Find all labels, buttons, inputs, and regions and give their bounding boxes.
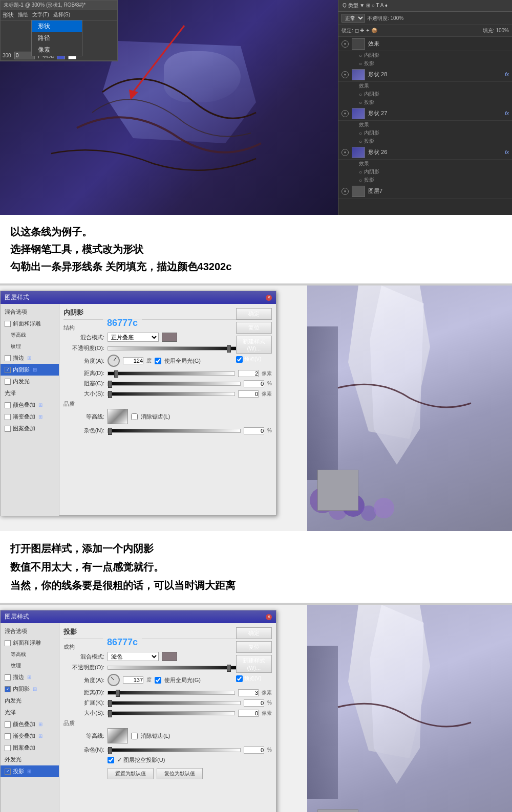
dropdown-item-shape[interactable]: 形状 bbox=[32, 20, 82, 32]
patternoverlay-checkbox[interactable] bbox=[5, 426, 11, 432]
dropdown-item-pixels[interactable]: 像素 bbox=[32, 44, 82, 56]
innershadow-checkbox[interactable]: ✓ bbox=[5, 367, 11, 373]
distance-slider-1[interactable] bbox=[108, 371, 235, 376]
dialog2-blend-select[interactable]: 滤色 bbox=[108, 652, 159, 661]
blend-mode-select-1[interactable]: 正片叠底 bbox=[108, 333, 159, 342]
distance-input-1[interactable] bbox=[238, 370, 259, 377]
dialog-1-item-bevel[interactable]: 斜面和浮雕 bbox=[1, 318, 59, 330]
layer-eye-27[interactable]: ● bbox=[342, 110, 349, 117]
dialog2-patternoverlay-checkbox[interactable] bbox=[5, 745, 11, 751]
angle-input-1[interactable] bbox=[123, 357, 143, 364]
bevel-checkbox[interactable] bbox=[5, 321, 11, 327]
menu-wenzi[interactable]: 文字(T) bbox=[32, 11, 49, 19]
layer-row-effects[interactable]: ● 效果 bbox=[338, 37, 512, 51]
noise-input-1[interactable] bbox=[244, 427, 264, 434]
dialog-1-item-stroke[interactable]: 描边 ⊞ bbox=[1, 352, 59, 364]
preview-checkbox-1[interactable] bbox=[236, 356, 243, 363]
dialog-1-close-button[interactable]: ✕ bbox=[266, 295, 272, 301]
dialog2-preview-checkbox[interactable] bbox=[236, 675, 243, 682]
dialog2-antialias-checkbox[interactable] bbox=[131, 733, 138, 739]
dialog2-ok-button[interactable]: 确定 bbox=[236, 627, 272, 639]
choke-input-1[interactable] bbox=[244, 380, 264, 387]
dialog2-stroke-checkbox[interactable] bbox=[5, 674, 11, 681]
choke-slider-thumb-1[interactable] bbox=[108, 381, 112, 388]
dialog2-noise-thumb[interactable] bbox=[108, 747, 112, 754]
dialog-1-item-patternoverlay[interactable]: 图案叠加 bbox=[1, 423, 59, 434]
angle-wheel-1[interactable] bbox=[108, 355, 120, 367]
dialog-1-newstyle-button[interactable]: 新建样式(W)... bbox=[236, 336, 272, 354]
dialog2-distance-slider[interactable] bbox=[108, 691, 235, 695]
dialog2-reset-button[interactable]: 复位 bbox=[236, 641, 272, 653]
dialog2-angle-wheel[interactable] bbox=[108, 674, 120, 686]
dialog-2-item-blendingoptions[interactable]: 混合选项 bbox=[1, 625, 59, 637]
innerglow-checkbox[interactable] bbox=[5, 379, 11, 385]
layer-row-27[interactable]: ● 形状 27 fx bbox=[338, 106, 512, 121]
gradientoverlay-checkbox[interactable] bbox=[5, 414, 11, 420]
dialog-1-ok-button[interactable]: 确定 bbox=[236, 308, 272, 320]
dialog-2-item-texture[interactable]: 纹理 bbox=[1, 660, 59, 671]
dialog-2-item-bevel[interactable]: 斜面和浮雕 bbox=[1, 637, 59, 649]
opacity-slider-1[interactable] bbox=[108, 346, 241, 350]
dialog2-size-input[interactable] bbox=[238, 710, 259, 717]
layer-eye-7[interactable]: ● bbox=[342, 188, 349, 195]
dialog2-opacity-thumb[interactable] bbox=[227, 665, 231, 672]
opacity-slider-thumb-1[interactable] bbox=[227, 345, 231, 353]
layer-row-28[interactable]: ● 形状 28 fx bbox=[338, 68, 512, 82]
dialog2-size-thumb[interactable] bbox=[108, 710, 112, 717]
size-slider-thumb-1[interactable] bbox=[108, 391, 112, 398]
layer-row-26[interactable]: ● 形状 26 fx bbox=[338, 145, 512, 160]
dialog-1-item-coloroverlay[interactable]: 颜色叠加 ⊞ bbox=[1, 399, 59, 411]
dialog-2-item-patternoverlay[interactable]: 图案叠加 bbox=[1, 742, 59, 754]
dialog2-layershadow-checkbox[interactable] bbox=[108, 757, 114, 763]
dialog-1-item-innerglow[interactable]: 内发光 bbox=[1, 376, 59, 387]
dialog2-noise-input[interactable] bbox=[244, 747, 264, 754]
menu-xingzhuang[interactable]: 形状 bbox=[3, 11, 14, 19]
dialog-1-reset-button[interactable]: 复位 bbox=[236, 322, 272, 334]
layer-eye-26[interactable]: ● bbox=[342, 149, 349, 156]
distance-slider-thumb-1[interactable] bbox=[114, 370, 118, 378]
dialog-2-item-innershadow[interactable]: ✓ 内阴影 ⊞ bbox=[1, 683, 59, 695]
dialog2-setdefault-button[interactable]: 置置为默认值 bbox=[108, 768, 154, 779]
antialias-checkbox-1[interactable] bbox=[131, 413, 138, 420]
dialog-2-item-satin[interactable]: 光泽 bbox=[1, 707, 59, 718]
dialog2-opacity-slider[interactable] bbox=[108, 666, 241, 670]
dialog-2-close-button[interactable]: ✕ bbox=[266, 614, 272, 620]
dialog-1-item-innershadow[interactable]: ✓ 内阴影 ⊞ bbox=[1, 364, 59, 376]
dialog-1-item-gradientoverlay[interactable]: 渐变叠加 ⊞ bbox=[1, 411, 59, 423]
dialog2-useglobal-checkbox[interactable] bbox=[155, 677, 161, 684]
noise-slider-1[interactable] bbox=[108, 429, 241, 433]
contour-preview-1[interactable] bbox=[108, 409, 128, 424]
dropdown-item-path[interactable]: 路径 bbox=[32, 32, 82, 44]
dialog2-spread-input[interactable] bbox=[244, 699, 264, 707]
dialog2-spread-slider[interactable] bbox=[108, 701, 241, 705]
dialog-2-item-innerglow[interactable]: 内发光 bbox=[1, 695, 59, 707]
dialog-1-item-texture[interactable]: 纹理 bbox=[1, 341, 59, 352]
dialog-2-item-contour[interactable]: 等高线 bbox=[1, 649, 59, 660]
use-global-light-checkbox-1[interactable] bbox=[155, 358, 161, 364]
menu-miaojin[interactable]: 描绘 bbox=[18, 11, 28, 19]
noise-slider-thumb-1[interactable] bbox=[108, 428, 112, 435]
size-slider-1[interactable] bbox=[108, 392, 235, 396]
coloroverlay-checkbox[interactable] bbox=[5, 402, 11, 408]
size-input-1[interactable] bbox=[238, 390, 259, 398]
dialog2-newstyle-button[interactable]: 新建样式(W)... bbox=[236, 655, 272, 673]
dialog-1-item-contour[interactable]: 等高线 bbox=[1, 330, 59, 341]
layer-eye-28[interactable]: ● bbox=[342, 71, 349, 78]
choke-slider-1[interactable] bbox=[108, 382, 241, 386]
dialog2-gradientoverlay-checkbox[interactable] bbox=[5, 733, 11, 739]
dialog2-innershadow-checkbox[interactable]: ✓ bbox=[5, 686, 11, 692]
dialog2-spread-thumb[interactable] bbox=[108, 700, 112, 707]
dialog2-distance-input[interactable] bbox=[238, 689, 259, 696]
dialog2-distance-thumb[interactable] bbox=[116, 690, 120, 697]
dialog2-restoredefault-button[interactable]: 复位为默认值 bbox=[157, 768, 203, 779]
layer-eye[interactable]: ● bbox=[342, 40, 349, 48]
dialog-1-item-blendingoptions[interactable]: 混合选项 bbox=[1, 306, 59, 318]
dialog-2-item-coloroverlay[interactable]: 颜色叠加 ⊞ bbox=[1, 718, 59, 730]
dialog2-contour-preview[interactable] bbox=[108, 728, 128, 743]
dialog-2-item-dropshadow[interactable]: ✓ 投影 ⊞ bbox=[1, 765, 59, 777]
dialog2-size-slider[interactable] bbox=[108, 711, 235, 715]
dialog2-noise-slider[interactable] bbox=[108, 748, 241, 752]
dialog2-coloroverlay-checkbox[interactable] bbox=[5, 721, 11, 728]
dialog2-dropshadow-checkbox[interactable]: ✓ bbox=[5, 769, 11, 775]
stroke-checkbox[interactable] bbox=[5, 355, 11, 361]
